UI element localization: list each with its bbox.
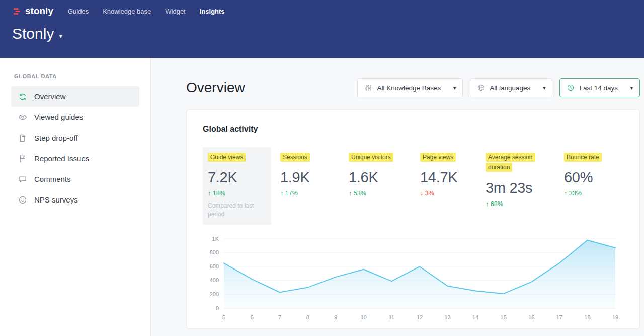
sidebar-item-label: Viewed guides	[34, 113, 83, 121]
metric-delta: ↑ 18%	[208, 190, 266, 197]
svg-text:15: 15	[501, 314, 507, 320]
sidebar-item-label: Step drop-off	[34, 133, 77, 142]
filter-label: All languages	[490, 84, 530, 92]
delta-arrow-icon: ↑	[564, 190, 567, 197]
comment-icon	[18, 175, 27, 184]
delta-arrow-icon: ↑	[349, 190, 352, 197]
sidebar: GLOBAL DATA Overview Viewed guides Step …	[0, 58, 151, 336]
metric-label: Unique visitors	[349, 153, 393, 162]
nav-knowledge-base[interactable]: Knowledge base	[103, 8, 151, 15]
step-drop-off-icon	[18, 133, 27, 143]
delta-arrow-icon: ↑	[486, 200, 489, 208]
svg-text:6: 6	[251, 314, 254, 320]
sidebar-item-nps-surveys[interactable]: NPS surveys	[11, 189, 139, 210]
sidebar-item-step-drop-off[interactable]: Step drop-off	[11, 127, 139, 148]
sidebar-item-label: Overview	[34, 92, 66, 101]
delta-arrow-icon: ↑	[280, 190, 283, 197]
workspace-selector[interactable]: Stonly ▾	[0, 17, 644, 42]
global-activity-chart: 02004006008001K5678910111213141516171819	[203, 233, 623, 324]
clock-icon	[567, 84, 575, 92]
svg-text:0: 0	[216, 305, 219, 311]
filter-date-range[interactable]: Last 14 days ▾	[559, 78, 640, 97]
metric-delta: ↑ 53%	[349, 190, 411, 197]
workspace-caret-icon: ▾	[59, 32, 62, 40]
nav-guides[interactable]: Guides	[68, 8, 89, 15]
metric-value: 1.9K	[280, 169, 340, 186]
metric-average-session-duration[interactable]: Average session duration 3m 23s ↑ 68%	[486, 147, 555, 214]
smiley-icon	[18, 195, 27, 205]
metric-page-views[interactable]: Page views 14.7K ↓ 3%	[420, 147, 476, 203]
metric-value: 1.6K	[349, 169, 411, 186]
card-title: Global activity	[203, 125, 623, 134]
metric-delta: ↑ 68%	[486, 200, 555, 208]
nav-insights[interactable]: Insights	[200, 8, 225, 15]
top-nav-row: stonly Guides Knowledge base Widget Insi…	[0, 0, 644, 17]
svg-text:12: 12	[417, 314, 423, 320]
metric-value: 60%	[564, 169, 623, 186]
main-content: Overview All Knowledge Bases ▾ All langu…	[151, 58, 644, 336]
metrics-row: Guide views 7.2K ↑ 18% Compared to last …	[203, 147, 623, 225]
delta-arrow-icon: ↓	[420, 190, 423, 197]
metric-unique-visitors[interactable]: Unique visitors 1.6K ↑ 53%	[349, 147, 411, 203]
stonly-logo-text: stonly	[25, 6, 53, 17]
svg-text:600: 600	[210, 263, 219, 270]
stonly-logo[interactable]: stonly	[12, 6, 53, 17]
sliders-icon	[364, 84, 372, 92]
svg-text:8: 8	[306, 314, 309, 320]
metric-value: 14.7K	[420, 169, 476, 186]
metric-delta: ↑ 33%	[564, 190, 623, 197]
svg-text:14: 14	[472, 314, 478, 320]
svg-text:18: 18	[584, 314, 590, 320]
flag-icon	[18, 154, 27, 163]
metric-label: Guide views	[208, 153, 246, 162]
metric-note: Compared to last period	[208, 201, 263, 219]
metric-bounce-rate[interactable]: Bounce rate 60% ↑ 33%	[564, 147, 623, 203]
filter-languages[interactable]: All languages ▾	[470, 78, 552, 97]
globe-icon	[477, 84, 485, 92]
svg-text:17: 17	[556, 314, 562, 320]
overview-icon	[18, 92, 27, 101]
filters: All Knowledge Bases ▾ All languages ▾ La…	[357, 78, 640, 97]
svg-text:7: 7	[278, 314, 281, 320]
workspace-title: Stonly	[12, 25, 54, 42]
metric-value: 7.2K	[208, 169, 266, 186]
activity-area-chart: 02004006008001K5678910111213141516171819	[203, 233, 623, 324]
svg-text:400: 400	[210, 277, 219, 283]
sidebar-item-label: NPS surveys	[34, 195, 78, 204]
sidebar-item-comments[interactable]: Comments	[11, 169, 139, 189]
chevron-down-icon: ▾	[453, 85, 456, 91]
svg-text:200: 200	[210, 291, 219, 297]
eye-icon	[18, 113, 27, 122]
metric-label: Average session duration	[486, 153, 535, 172]
metric-delta: ↓ 3%	[420, 190, 476, 197]
sidebar-item-label: Comments	[34, 175, 71, 183]
svg-text:10: 10	[361, 314, 367, 320]
svg-text:16: 16	[528, 314, 534, 320]
filter-label: Last 14 days	[579, 84, 618, 92]
sidebar-item-label: Reported Issues	[34, 154, 89, 163]
global-activity-card: Global activity Guide views 7.2K ↑ 18% C…	[186, 109, 640, 329]
filter-label: All Knowledge Bases	[377, 84, 441, 92]
page-title: Overview	[186, 80, 245, 96]
sidebar-item-viewed-guides[interactable]: Viewed guides	[11, 107, 139, 127]
chevron-down-icon: ▾	[630, 85, 633, 91]
metric-sessions[interactable]: Sessions 1.9K ↑ 17%	[280, 147, 340, 203]
metric-label: Page views	[420, 153, 456, 162]
sidebar-item-reported-issues[interactable]: Reported Issues	[11, 148, 139, 169]
metric-guide-views[interactable]: Guide views 7.2K ↑ 18% Compared to last …	[203, 147, 271, 225]
svg-text:800: 800	[210, 249, 219, 255]
filter-knowledge-bases[interactable]: All Knowledge Bases ▾	[357, 78, 463, 97]
nav-widget[interactable]: Widget	[165, 8, 185, 15]
sidebar-item-overview[interactable]: Overview	[11, 86, 139, 107]
stonly-logo-icon	[12, 7, 22, 16]
svg-text:5: 5	[222, 314, 225, 320]
top-nav: Guides Knowledge base Widget Insights	[68, 8, 225, 15]
top-header: stonly Guides Knowledge base Widget Insi…	[0, 0, 644, 58]
chevron-down-icon: ▾	[543, 85, 545, 91]
svg-text:9: 9	[334, 314, 337, 320]
svg-text:13: 13	[444, 314, 450, 320]
svg-text:11: 11	[389, 314, 394, 320]
metric-delta: ↑ 17%	[280, 190, 340, 197]
metric-value: 3m 23s	[486, 180, 555, 196]
svg-text:19: 19	[612, 314, 618, 320]
